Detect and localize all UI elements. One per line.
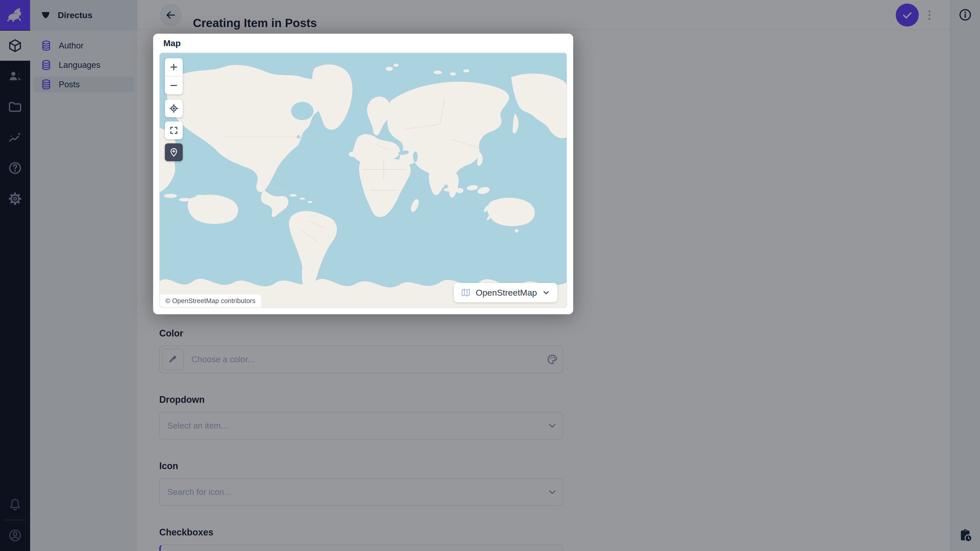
add-location-button[interactable] [165,143,183,161]
minus-icon [169,81,179,90]
zoom-out-button[interactable] [165,76,183,94]
map-zoom-control [165,58,183,94]
geolocate-button[interactable] [165,100,183,118]
fullscreen-icon [169,125,179,135]
directus-app: Directus Author Languages [0,0,980,551]
map-field-card: Map [153,34,573,314]
map-attribution: © OpenStreetMap contributors [160,294,261,307]
chevron-down-icon[interactable] [542,288,551,297]
map-canvas[interactable]: © OpenStreetMap contributors OpenStreetM… [159,52,567,308]
geolocate-icon [169,103,179,114]
basemap-label: OpenStreetMap [476,288,537,298]
map-icon [460,287,471,298]
plus-icon [169,62,179,72]
zoom-in-button[interactable] [165,58,183,76]
fullscreen-button[interactable] [165,121,183,139]
add-location-icon [169,147,179,157]
basemap-selector[interactable]: OpenStreetMap [454,283,557,302]
map-field-label: Map [163,38,181,48]
world-map [160,53,566,307]
